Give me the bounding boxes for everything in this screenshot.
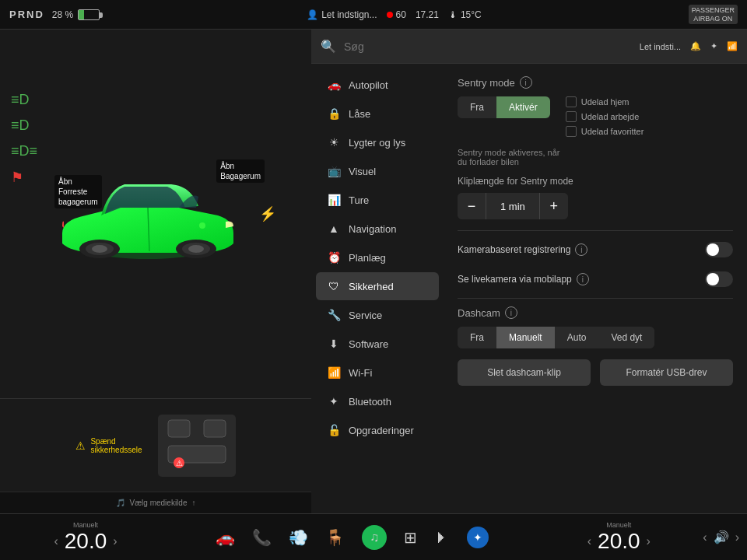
sentry-fra-button[interactable]: Fra	[458, 96, 496, 118]
dashcam-ved-dyt-button[interactable]: Ved dyt	[598, 327, 654, 348]
dashcam-btn-group: Fra Manuelt Auto Ved dyt	[458, 327, 654, 348]
sikkerhed-icon: 🛡	[327, 280, 341, 292]
udelad-hjem-item[interactable]: Udelad hjem	[566, 96, 644, 107]
dashcam-fra-button[interactable]: Fra	[458, 327, 496, 348]
livekamera-toggle-switch[interactable]	[705, 271, 733, 287]
left-speed-mode: Manuelt	[73, 521, 98, 529]
profile-indicator[interactable]: 👤 Let indstign...	[307, 9, 377, 20]
sidebar-item-laase[interactable]: 🔒 Låse	[316, 100, 439, 128]
bluetooth-nav-icon: ✦	[327, 395, 341, 408]
dashcam-title: Dashcam i	[458, 306, 733, 319]
stepper-minus-button[interactable]: −	[458, 193, 486, 219]
udelad-favoritter-item[interactable]: Udelad favoritter	[566, 126, 644, 137]
signal-icon: 📶	[727, 41, 738, 51]
sidebar-item-bluetooth[interactable]: ✦ Bluetooth	[316, 387, 439, 415]
sidebar-item-software[interactable]: ⬇ Software	[316, 330, 439, 358]
media-icon[interactable]: ⏵	[434, 528, 450, 546]
lygter-label: Lygter og lys	[349, 137, 405, 149]
dashcam-section: Dashcam i Fra Manuelt Auto Ved dyt Slet …	[458, 306, 733, 386]
phone-icon[interactable]: 📞	[252, 528, 272, 547]
dashcam-manuelt-button[interactable]: Manuelt	[496, 327, 555, 348]
sentry-aktiver-button[interactable]: Aktivér	[496, 96, 550, 118]
car-icon[interactable]: 🚗	[216, 528, 235, 547]
sidebar-item-lygter[interactable]: ☀ Lygter og lys	[316, 128, 439, 156]
car-display-area: ≡D ≡D ≡D≡ ⚑ Åbn Forreste bagagerum Åbn B…	[0, 30, 311, 398]
volume-icon[interactable]: 🔊	[714, 530, 729, 544]
passenger-airbag-badge: PASSENGERAIRBAG ON	[689, 5, 738, 25]
spotify-icon[interactable]: ♫	[362, 525, 387, 550]
kamera-toggle-label: Kamerabaseret registrering i	[458, 243, 587, 256]
prnd-display: PRND	[9, 9, 44, 20]
bell-icon[interactable]: 🔔	[690, 41, 701, 51]
sidebar-item-planlaeg[interactable]: ⏰ Planlæg	[316, 243, 439, 271]
bluetooth-top-icon[interactable]: ✦	[710, 41, 717, 51]
udelad-favoritter-checkbox[interactable]	[566, 126, 577, 137]
kamera-info-icon[interactable]: i	[575, 243, 587, 256]
navigation-label: Navigation	[349, 223, 396, 235]
volume-left[interactable]: ‹	[703, 530, 707, 544]
sidebar-item-sikkerhed[interactable]: 🛡 Sikkerhed	[316, 272, 439, 300]
sidebar-item-wifi[interactable]: 📶 Wi-Fi	[316, 359, 439, 387]
bluetooth-bottom-icon[interactable]: ✦	[467, 527, 489, 548]
svg-text:⚠: ⚠	[175, 459, 182, 467]
opgraderinger-label: Opgraderinger	[349, 425, 414, 436]
car-svg-container: Åbn Forreste bagagerum Åbn Bagagerum	[47, 128, 265, 299]
navigation-icon: ▲	[327, 222, 341, 235]
dashcam-action-buttons: Slet dashcam-klip Formatér USB-drev	[458, 359, 733, 386]
fan-icon[interactable]: 💨	[289, 528, 308, 547]
stepper-plus-button[interactable]: +	[540, 193, 568, 219]
bottom-bar: Manuelt ‹ 20.0 › 🚗 📞 💨 🪑 ♫ ⊞ ⏵ ✦ Manuelt…	[0, 513, 747, 560]
sikkerhed-label: Sikkerhed	[349, 281, 394, 292]
volume-right[interactable]: ›	[735, 530, 739, 544]
apps-icon[interactable]: ⊞	[404, 528, 417, 547]
sentry-info-icon[interactable]: i	[520, 76, 532, 89]
dashcam-info-icon[interactable]: i	[505, 306, 517, 319]
udelad-arbejde-item[interactable]: Udelad arbejde	[566, 111, 644, 122]
wifi-icon: 📶	[327, 366, 341, 379]
format-usb-button[interactable]: Formatér USB-drev	[600, 359, 733, 386]
sentry-toggle-group: Fra Aktivér	[458, 96, 550, 118]
planlaeg-label: Planlæg	[349, 252, 386, 264]
udelad-arbejde-checkbox[interactable]	[566, 111, 577, 122]
kamera-toggle-switch[interactable]	[705, 242, 733, 257]
udelad-hjem-label: Udelad hjem	[581, 97, 630, 107]
media-up-arrow: ↑	[191, 499, 195, 507]
search-input[interactable]	[344, 40, 632, 53]
sidebar-item-service[interactable]: 🔧 Service	[316, 301, 439, 329]
sentry-note-text: Sentry mode aktiveres, når du forlader b…	[458, 148, 733, 166]
sidebar-item-autopilot[interactable]: 🚗 Autopilot	[316, 71, 439, 99]
sentry-checkboxes: Udelad hjem Udelad arbejde Udelad favori…	[566, 96, 644, 137]
udelad-hjem-checkbox[interactable]	[566, 96, 577, 107]
right-speed-mode: Manuelt	[606, 521, 631, 529]
ture-label: Ture	[349, 194, 369, 206]
slet-dashcam-button[interactable]: Slet dashcam-klip	[458, 359, 591, 386]
seat-diagram: ⚠	[158, 415, 236, 477]
bluetooth-label: Bluetooth	[349, 396, 391, 408]
top-center-info: 👤 Let indstign... 60 17.21 🌡 15°C	[107, 9, 680, 20]
laase-label: Låse	[349, 108, 370, 120]
left-speed-decrease[interactable]: ‹	[54, 534, 58, 548]
right-speed-increase[interactable]: ›	[647, 534, 651, 548]
service-icon: 🔧	[327, 309, 341, 321]
bottom-left-speed: Manuelt ‹ 20.0 ›	[8, 521, 163, 554]
livekamera-toggle-row: Se livekamera via mobilapp i	[458, 268, 733, 290]
dashcam-auto-button[interactable]: Auto	[555, 327, 599, 348]
left-speed-increase[interactable]: ›	[113, 534, 117, 548]
right-speed-decrease[interactable]: ‹	[587, 534, 591, 548]
livekamera-info-icon[interactable]: i	[577, 273, 589, 285]
open-front-label[interactable]: Åbn Forreste bagagerum	[54, 175, 102, 208]
search-bar: 🔍 Let indsti... 🔔 ✦ 📶	[311, 30, 747, 64]
settings-area: 🚗 Autopilot 🔒 Låse ☀ Lygter og lys 📺 Vis…	[311, 64, 747, 513]
sidebar-item-opgraderinger[interactable]: 🔓 Opgraderinger	[316, 416, 439, 444]
battery-icon	[78, 9, 100, 20]
open-trunk-label[interactable]: Åbn Bagagerum	[216, 159, 265, 183]
left-icons-column: ≡D ≡D ≡D≡ ⚑	[11, 92, 37, 186]
search-right-area: Let indsti... 🔔 ✦ 📶	[640, 41, 738, 51]
sidebar-item-visuel[interactable]: 📺 Visuel	[316, 157, 439, 185]
lock-icon: 🔒	[327, 107, 341, 120]
stepper-value: 1 min	[486, 193, 540, 219]
sidebar-item-navigation[interactable]: ▲ Navigation	[316, 215, 439, 243]
sidebar-item-ture[interactable]: 📊 Ture	[316, 186, 439, 214]
media-strip[interactable]: 🎵 Vælg mediekilde ↑	[0, 492, 311, 513]
seat-heat-icon[interactable]: 🪑	[325, 528, 345, 547]
